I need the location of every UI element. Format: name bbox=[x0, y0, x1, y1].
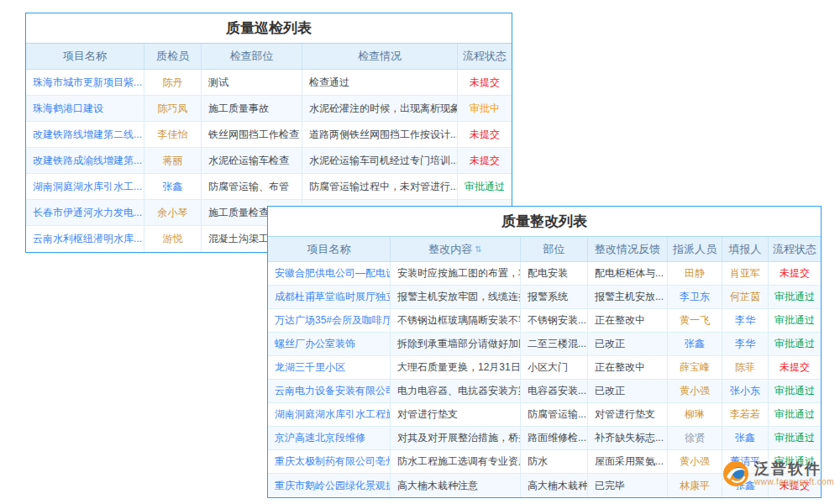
fanpu-logo: 泛普软件 www.fanpusoft.com bbox=[722, 460, 834, 487]
column-header-project: 项目名称 bbox=[268, 237, 391, 261]
cell-inspector[interactable]: 游悦 bbox=[144, 226, 202, 252]
column-header-label: 整改内容 bbox=[428, 242, 472, 257]
column-header-label: 项目名称 bbox=[63, 49, 107, 64]
cell-status: 审批通过 bbox=[769, 333, 821, 355]
cell-assignee[interactable]: 黄一飞 bbox=[668, 309, 722, 332]
cell-content: 对其及对开展整治措施，桥头... bbox=[391, 427, 521, 449]
cell-reporter[interactable]: 何芷茵 bbox=[722, 286, 769, 308]
cell-feedback: 已改正 bbox=[588, 333, 668, 355]
column-header-label: 部位 bbox=[543, 242, 565, 257]
cell-situation: 道路两侧铁丝网围挡工作按设计... bbox=[302, 122, 458, 147]
cell-project[interactable]: 龙湖三千里小区 bbox=[268, 356, 391, 379]
cell-part: 小区大门 bbox=[521, 356, 588, 379]
cell-project[interactable]: 珠海鹤港口建设 bbox=[26, 96, 144, 121]
column-header-situation: 检查情况 bbox=[302, 44, 458, 69]
cell-part: 铁丝网围挡工作检查 bbox=[202, 122, 302, 147]
cell-content: 安装时应按施工图的布置，将... bbox=[391, 262, 521, 285]
column-header-status: 流程状态 bbox=[458, 44, 512, 69]
cell-part: 防水 bbox=[521, 450, 588, 473]
cell-inspector[interactable]: 陈丹 bbox=[144, 70, 202, 95]
cell-status: 审批通过 bbox=[769, 403, 821, 426]
cell-project[interactable]: 云南水利枢纽潜明水库... bbox=[26, 226, 144, 252]
rectify-table-title: 质量整改列表 bbox=[268, 207, 821, 237]
patrol-table-title: 质量巡检列表 bbox=[26, 13, 512, 44]
column-header-label: 填报人 bbox=[729, 242, 762, 257]
cell-assignee[interactable]: 柳琳 bbox=[668, 403, 722, 426]
cell-status: 审批中 bbox=[458, 96, 512, 121]
rectify-table-header-row: 项目名称整改内容⇅部位整改情况反馈指派人员填报人流程状态 bbox=[268, 237, 821, 262]
column-header-label: 整改情况反馈 bbox=[595, 242, 660, 257]
column-header-label: 检查部位 bbox=[230, 49, 274, 64]
cell-content: 高大楠木栽种注意 bbox=[391, 474, 521, 497]
cell-project[interactable]: 万达广场35#会所及咖啡厅空... bbox=[268, 309, 391, 332]
column-header-project: 项目名称 bbox=[26, 44, 144, 69]
rectify-list-table: 质量整改列表 项目名称整改内容⇅部位整改情况反馈指派人员填报人流程状态 安徽合肥… bbox=[267, 206, 822, 498]
cell-part: 高大楠木栽种 bbox=[521, 474, 588, 497]
column-header-part: 部位 bbox=[521, 237, 588, 261]
cell-project[interactable]: 螺丝厂办公室装饰 bbox=[268, 333, 391, 355]
cell-assignee[interactable]: 田静 bbox=[668, 262, 722, 285]
cell-inspector[interactable]: 张鑫 bbox=[144, 174, 202, 199]
cell-feedback: 配电柜柜体与... bbox=[588, 262, 668, 285]
cell-part: 配电安装 bbox=[521, 262, 588, 285]
cell-project[interactable]: 改建铁路线增建第二线... bbox=[26, 122, 144, 147]
cell-status: 审批通过 bbox=[769, 380, 821, 402]
cell-assignee[interactable]: 黄小强 bbox=[668, 380, 722, 402]
cell-part: 施工质量事故 bbox=[202, 96, 302, 121]
column-header-inspector: 质检员 bbox=[144, 44, 202, 69]
cell-inspector[interactable]: 李佳怡 bbox=[144, 122, 202, 147]
cell-project[interactable]: 长春市伊通河水力发电... bbox=[26, 200, 144, 225]
cell-project[interactable]: 云南电力设备安装有限公司20... bbox=[268, 380, 391, 402]
table-row: 湖南洞庭湖水库引水工...张鑫防腐管运输、布管防腐管运输过程中，未对管进行...… bbox=[26, 174, 512, 200]
cell-project[interactable]: 京沪高速北京段维修 bbox=[268, 427, 391, 449]
cell-feedback: 已完毕 bbox=[588, 474, 668, 497]
column-header-label: 流程状态 bbox=[463, 49, 507, 64]
cell-project[interactable]: 成都杜甫草堂临时展厅独立展... bbox=[268, 286, 391, 308]
cell-reporter[interactable]: 李若若 bbox=[722, 403, 769, 426]
cell-status: 审批通过 bbox=[458, 174, 512, 199]
cell-project[interactable]: 重庆太极制药有限公司亳州中... bbox=[268, 450, 391, 473]
cell-assignee[interactable]: 薛宝峰 bbox=[668, 356, 722, 379]
cell-project[interactable]: 湖南洞庭湖水库引水工程施工I标 bbox=[268, 403, 391, 426]
cell-project[interactable]: 改建铁路成渝线增建第... bbox=[26, 148, 144, 173]
cell-reporter[interactable]: 张小东 bbox=[722, 380, 769, 402]
patrol-table-header-row: 项目名称质检员检查部位检查情况流程状态 bbox=[26, 44, 512, 70]
column-header-label: 项目名称 bbox=[307, 242, 351, 257]
cell-reporter[interactable]: 李华 bbox=[722, 309, 769, 332]
table-row: 京沪高速北京段维修对其及对开展整治措施，桥头...路面维修检...补齐缺失标志.… bbox=[268, 427, 821, 450]
cell-situation: 水泥砼灌注的时候，出现离析现象 bbox=[302, 96, 458, 121]
cell-part: 测试 bbox=[202, 70, 302, 95]
cell-status: 未提交 bbox=[458, 70, 512, 95]
cell-reporter[interactable]: 肖亚军 bbox=[722, 262, 769, 285]
cell-inspector[interactable]: 余小琴 bbox=[144, 200, 202, 225]
column-header-assignee: 指派人员 bbox=[668, 237, 722, 261]
table-row: 改建铁路线增建第二线...李佳怡铁丝网围挡工作检查道路两侧铁丝网围挡工作按设计.… bbox=[26, 122, 512, 148]
cell-reporter[interactable]: 李华 bbox=[722, 333, 769, 355]
cell-project[interactable]: 重庆市鹅岭公园绿化景观提升... bbox=[268, 474, 391, 497]
cell-project[interactable]: 珠海市城市更新项目紫... bbox=[26, 70, 144, 95]
cell-reporter[interactable]: 张鑫 bbox=[722, 427, 769, 449]
cell-reporter[interactable]: 陈菲 bbox=[722, 356, 769, 379]
cell-content: 拆除到承重墙部分请做好加固... bbox=[391, 333, 521, 355]
cell-assignee[interactable]: 张鑫 bbox=[668, 333, 722, 355]
cell-status: 未提交 bbox=[458, 148, 512, 173]
cell-part: 防腐管运输、布管 bbox=[202, 174, 302, 199]
cell-assignee[interactable]: 李卫东 bbox=[668, 286, 722, 308]
sort-icon[interactable]: ⇅ bbox=[475, 245, 481, 254]
cell-project[interactable]: 安徽合肥供电公司—配电设备... bbox=[268, 262, 391, 285]
cell-feedback: 已改正 bbox=[588, 380, 668, 402]
cell-inspector[interactable]: 蒋丽 bbox=[144, 148, 202, 173]
cell-content: 防水工程施工选调有专业资质... bbox=[391, 450, 521, 473]
table-row: 湖南洞庭湖水库引水工程施工I标对管进行垫支防腐管运输...对管进行垫支柳琳李若若… bbox=[268, 403, 821, 427]
cell-assignee[interactable]: 林康平 bbox=[668, 474, 722, 497]
cell-project[interactable]: 湖南洞庭湖水库引水工... bbox=[26, 174, 144, 199]
cell-part: 防腐管运输... bbox=[521, 403, 588, 426]
cell-assignee[interactable]: 徐贤 bbox=[668, 427, 722, 449]
cell-inspector[interactable]: 陈巧凤 bbox=[144, 96, 202, 121]
column-header-label: 质检员 bbox=[156, 49, 189, 64]
cell-assignee[interactable]: 黄小强 bbox=[668, 450, 722, 473]
column-header-label: 指派人员 bbox=[673, 242, 717, 257]
cell-status: 未提交 bbox=[769, 262, 821, 285]
cell-situation: 防腐管运输过程中，未对管进行... bbox=[302, 174, 458, 199]
table-row: 成都杜甫草堂临时展厅独立展...报警主机安放牢固，线缆连接...报警系统报警主机… bbox=[268, 286, 821, 309]
